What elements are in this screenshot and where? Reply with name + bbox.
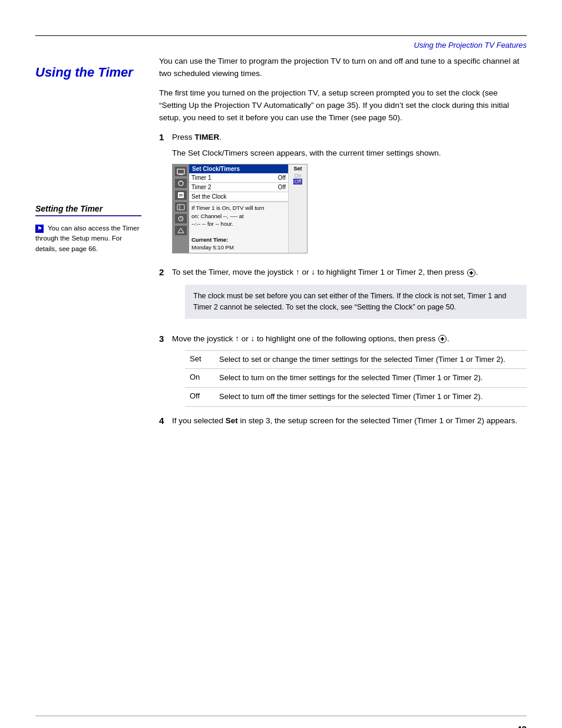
joystick-symbol — [467, 269, 475, 277]
main-layout: Using the Timer Setting the Timer ⚑ You … — [0, 55, 562, 439]
screen-main: Set Clock/Timers Timer 1 Off Timer 2 Off — [189, 164, 288, 253]
svg-rect-0 — [177, 169, 184, 174]
panel-off: Off — [293, 179, 303, 185]
setclock-value — [265, 192, 288, 202]
page-number: 49 — [517, 724, 527, 728]
option-set-row: Set Select to set or change the timer se… — [185, 350, 527, 369]
info-line-5: Current Time: — [191, 236, 286, 243]
screen-table: Timer 1 Off Timer 2 Off Set the Clock — [189, 173, 288, 202]
step-2: 2 To set the Timer, move the joystick ↑ … — [159, 266, 527, 324]
timer1-value: Off — [265, 173, 288, 183]
step-3-instruction: Move the joystick ↑ or ↓ to highlight on… — [172, 333, 527, 345]
intro-para-2: The first time you turned on the project… — [159, 87, 527, 124]
note-text: You can also access the Timer through th… — [35, 225, 140, 252]
icon-3 — [175, 190, 187, 200]
table-row: Set the Clock — [189, 192, 288, 202]
opt-off-name: Off — [185, 388, 214, 407]
svg-rect-6 — [179, 194, 183, 195]
options-table: Set Select to set or change the timer se… — [185, 350, 527, 407]
icon-1 — [175, 167, 187, 176]
timer1-label: Timer 1 — [189, 173, 265, 183]
intro-para-1: You can use the Timer to program the pro… — [159, 55, 527, 80]
joystick-symbol-2 — [438, 335, 447, 343]
step-3-content: Move the joystick ↑ or ↓ to highlight on… — [172, 333, 527, 407]
screen-title-bar: Set Clock/Timers — [189, 164, 288, 173]
info-line-4 — [191, 228, 286, 235]
note-box: ⚑ You can also access the Timer through … — [35, 223, 141, 254]
icon-4 — [175, 202, 187, 212]
step-1-instruction: Press TIMER. — [172, 131, 527, 144]
info-line-6: Monday 5:10 PM — [191, 243, 286, 251]
opt-on-name: On — [185, 369, 214, 388]
page-container: Using the Projection TV Features Using t… — [0, 35, 562, 728]
screen-icons — [173, 164, 189, 253]
step-1-subtext: The Set Clock/Timers screen appears, wit… — [172, 147, 527, 160]
page-header: Using the Projection TV Features — [0, 36, 562, 50]
step-2-number: 2 — [159, 266, 172, 277]
setclock-label: Set the Clock — [189, 192, 265, 202]
step-1: 1 Press TIMER. The Set Clock/Timers scre… — [159, 131, 527, 259]
info-line-3: --:-- -- for -- hour. — [191, 220, 286, 228]
opt-off-desc: Select to turn off the timer settings fo… — [214, 388, 527, 407]
info-line-2: on: Channel --, ---- at — [191, 212, 286, 220]
step-4-instruction: If you selected Set in step 3, the setup… — [172, 415, 527, 427]
svg-rect-5 — [178, 192, 184, 198]
icon-6 — [175, 226, 187, 235]
step-2-instruction: To set the Timer, move the joystick ↑ or… — [172, 266, 527, 279]
warning-box: The clock must be set before you can set… — [185, 285, 527, 319]
panel-on: On — [294, 173, 301, 179]
step-4: 4 If you selected Set in step 3, the set… — [159, 415, 527, 431]
step-1-number: 1 — [159, 131, 172, 142]
step-2-content: To set the Timer, move the joystick ↑ or… — [172, 266, 527, 324]
right-column: You can use the Timer to program the pro… — [153, 55, 527, 439]
bottom-rule — [35, 716, 527, 716]
step-1-content: Press TIMER. The Set Clock/Timers screen… — [172, 131, 527, 259]
step-4-number: 4 — [159, 415, 172, 426]
step-3-number: 3 — [159, 333, 172, 344]
opt-set-desc: Select to set or change the timer settin… — [214, 350, 527, 369]
timer2-label: Timer 2 — [189, 183, 265, 192]
section-title: Using the Timer — [35, 65, 141, 80]
table-row: Timer 2 Off — [189, 183, 288, 192]
opt-set-name: Set — [185, 350, 214, 369]
table-row: Timer 1 Off — [189, 173, 288, 183]
info-line-1: If Timer 1 is On, DTV will turn — [191, 204, 286, 212]
tip-icon: ⚑ — [35, 225, 44, 233]
step-4-content: If you selected Set in step 3, the setup… — [172, 415, 527, 431]
option-on-row: On Select to turn on the timer settings … — [185, 369, 527, 388]
timer2-value: Off — [265, 183, 288, 192]
option-off-row: Off Select to turn off the timer setting… — [185, 388, 527, 407]
svg-rect-8 — [177, 205, 184, 210]
screen-info: If Timer 1 is On, DTV will turn on: Chan… — [189, 202, 288, 253]
header-title: Using the Projection TV Features — [414, 41, 527, 50]
screen-right-panel: Set On Off — [288, 164, 307, 253]
panel-set: Set — [293, 166, 302, 172]
opt-on-desc: Select to turn on the timer settings for… — [214, 369, 527, 388]
icon-2 — [175, 179, 187, 188]
svg-rect-7 — [179, 196, 183, 197]
left-column: Using the Timer Setting the Timer ⚑ You … — [35, 55, 153, 439]
icon-5 — [175, 214, 187, 223]
step-3: 3 Move the joystick ↑ or ↓ to highlight … — [159, 333, 527, 407]
sub-section-title: Setting the Timer — [35, 204, 141, 216]
screen-mockup: Set Clock/Timers Timer 1 Off Timer 2 Off — [172, 164, 308, 253]
